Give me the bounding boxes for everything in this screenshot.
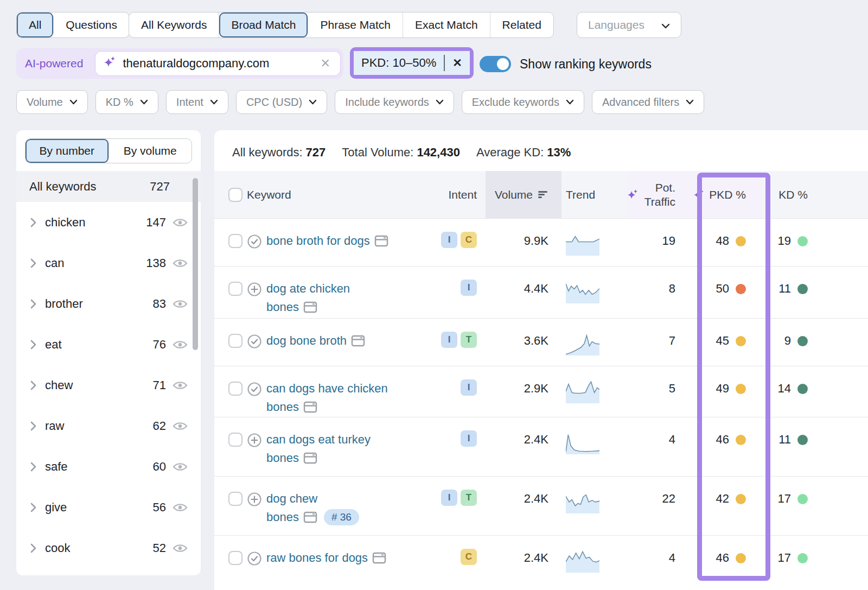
chevron-right-icon[interactable] bbox=[30, 299, 36, 309]
sparkle-icon bbox=[103, 56, 116, 71]
pkd-value: 50 bbox=[716, 280, 729, 298]
row-checkbox[interactable] bbox=[228, 234, 242, 248]
keyword-link[interactable]: can dogs have chickenbones bbox=[266, 379, 388, 417]
group-label: eat bbox=[45, 338, 62, 352]
tab-all[interactable]: All bbox=[17, 12, 54, 37]
group-label: can bbox=[45, 256, 64, 270]
show-ranking-keywords-toggle[interactable] bbox=[480, 56, 511, 72]
check-circle-icon[interactable] bbox=[247, 334, 262, 366]
serp-features-icon[interactable] bbox=[351, 335, 365, 347]
filter-include-keywords[interactable]: Include keywords bbox=[335, 90, 454, 114]
header-kd[interactable]: KD % bbox=[762, 171, 827, 218]
chevron-right-icon[interactable] bbox=[30, 462, 36, 472]
add-circle-icon[interactable] bbox=[247, 492, 262, 535]
chevron-right-icon[interactable] bbox=[30, 421, 36, 431]
serp-features-icon[interactable] bbox=[303, 301, 317, 313]
sidebar-tab-by-volume[interactable]: By volume bbox=[109, 139, 192, 163]
serp-features-icon[interactable] bbox=[372, 552, 386, 564]
filter-intent[interactable]: Intent bbox=[166, 90, 228, 114]
clear-search-icon[interactable]: ✕ bbox=[318, 56, 333, 71]
keyword-link[interactable]: can dogs eat turkeybones bbox=[266, 430, 371, 476]
row-checkbox[interactable] bbox=[228, 334, 242, 348]
eye-icon[interactable] bbox=[173, 299, 188, 309]
filter-advanced-filters[interactable]: Advanced filters bbox=[592, 90, 704, 114]
check-circle-icon[interactable] bbox=[247, 382, 262, 417]
keyword-link[interactable]: dog ate chickenbones bbox=[266, 280, 350, 318]
row-checkbox[interactable] bbox=[228, 433, 242, 447]
serp-features-icon[interactable] bbox=[303, 401, 317, 413]
check-circle-icon[interactable] bbox=[247, 234, 262, 266]
keyword-link[interactable]: bone broth for dogs bbox=[266, 232, 388, 266]
keyword-link[interactable]: dog chewbones# 36 bbox=[266, 490, 359, 535]
chevron-right-icon[interactable] bbox=[30, 380, 36, 390]
add-circle-icon[interactable] bbox=[247, 282, 262, 318]
filter-cpc-usd-[interactable]: CPC (USD) bbox=[236, 90, 327, 114]
show-ranking-keywords-label: Show ranking keywords bbox=[520, 56, 652, 72]
eye-icon[interactable] bbox=[173, 217, 188, 228]
chevron-down-icon bbox=[661, 18, 670, 31]
chevron-right-icon[interactable] bbox=[30, 258, 36, 268]
chevron-right-icon[interactable] bbox=[30, 503, 36, 512]
pkd-filter-annotation-box: PKD: 10–50% ✕ bbox=[350, 47, 474, 79]
check-circle-icon[interactable] bbox=[247, 551, 262, 590]
row-checkbox[interactable] bbox=[228, 551, 242, 565]
eye-icon[interactable] bbox=[173, 339, 188, 350]
sidebar-group-chicken[interactable]: chicken147 bbox=[16, 202, 201, 243]
tab-questions[interactable]: Questions bbox=[54, 12, 129, 37]
search-input[interactable]: thenaturaldogcompany.com ✕ bbox=[95, 51, 341, 76]
sidebar-group-chew[interactable]: chew71 bbox=[16, 365, 201, 405]
serp-features-icon[interactable] bbox=[303, 452, 317, 464]
keyword-link[interactable]: dog bone broth bbox=[266, 332, 365, 366]
header-trend[interactable]: Trend bbox=[561, 171, 627, 218]
eye-icon[interactable] bbox=[173, 380, 188, 391]
filter-exclude-keywords[interactable]: Exclude keywords bbox=[462, 90, 584, 114]
tab-broad-match[interactable]: Broad Match bbox=[219, 12, 308, 37]
sidebar-group-brother[interactable]: brother83 bbox=[16, 283, 201, 324]
filter-volume[interactable]: Volume bbox=[16, 90, 88, 114]
pkd-filter-chip[interactable]: PKD: 10–50% ✕ bbox=[354, 51, 470, 75]
filter-kd-[interactable]: KD % bbox=[95, 90, 158, 114]
sidebar-group-can[interactable]: can138 bbox=[16, 243, 201, 283]
chevron-right-icon[interactable] bbox=[30, 340, 36, 350]
eye-icon[interactable] bbox=[173, 421, 188, 432]
sidebar-group-raw[interactable]: raw62 bbox=[16, 405, 201, 446]
tab-all-keywords[interactable]: All Keywords bbox=[129, 12, 219, 37]
header-pot-traffic[interactable]: Pot. Traffic bbox=[627, 171, 686, 218]
chevron-right-icon[interactable] bbox=[30, 543, 36, 553]
eye-icon[interactable] bbox=[173, 258, 188, 269]
header-pkd[interactable]: PKD % bbox=[686, 171, 762, 218]
eye-icon[interactable] bbox=[173, 543, 188, 554]
chevron-right-icon[interactable] bbox=[30, 218, 36, 227]
chevron-down-icon bbox=[69, 99, 78, 105]
header-volume[interactable]: Volume bbox=[486, 171, 561, 218]
tab-phrase-match[interactable]: Phrase Match bbox=[308, 12, 403, 37]
header-intent[interactable]: Intent bbox=[426, 171, 486, 218]
row-checkbox[interactable] bbox=[228, 282, 242, 296]
eye-icon[interactable] bbox=[173, 502, 188, 513]
remove-pkd-filter-icon[interactable]: ✕ bbox=[447, 56, 468, 69]
tab-related[interactable]: Related bbox=[490, 12, 553, 37]
row-checkbox[interactable] bbox=[228, 492, 242, 506]
table-row: dog bone brothIT3.6K7459 bbox=[214, 318, 868, 366]
sidebar-group-eat[interactable]: eat76 bbox=[16, 324, 201, 365]
header-keyword[interactable]: Keyword bbox=[247, 171, 426, 218]
group-count: 71 bbox=[153, 378, 166, 392]
volume-value: 3.6K bbox=[524, 332, 548, 366]
row-checkbox[interactable] bbox=[228, 382, 242, 396]
sidebar-group-cook[interactable]: cook52 bbox=[16, 528, 201, 568]
sidebar-scrollbar[interactable] bbox=[193, 178, 198, 350]
languages-dropdown[interactable]: Languages bbox=[577, 12, 681, 38]
sidebar-all-keywords-row[interactable]: All keywords 727 bbox=[16, 171, 201, 202]
sidebar-group-safe[interactable]: safe60 bbox=[16, 446, 201, 487]
eye-icon[interactable] bbox=[173, 461, 188, 472]
add-circle-icon[interactable] bbox=[247, 433, 262, 476]
sidebar-group-give[interactable]: give56 bbox=[16, 487, 201, 528]
serp-features-icon[interactable] bbox=[374, 235, 388, 247]
tab-exact-match[interactable]: Exact Match bbox=[403, 12, 490, 37]
serp-features-icon[interactable] bbox=[303, 511, 317, 523]
chevron-down-icon bbox=[686, 99, 694, 105]
keyword-link[interactable]: raw bones for dogs bbox=[266, 549, 386, 590]
kd-value: 17 bbox=[778, 490, 791, 535]
select-all-checkbox[interactable] bbox=[228, 188, 242, 202]
sidebar-tab-by-number[interactable]: By number bbox=[25, 139, 109, 163]
